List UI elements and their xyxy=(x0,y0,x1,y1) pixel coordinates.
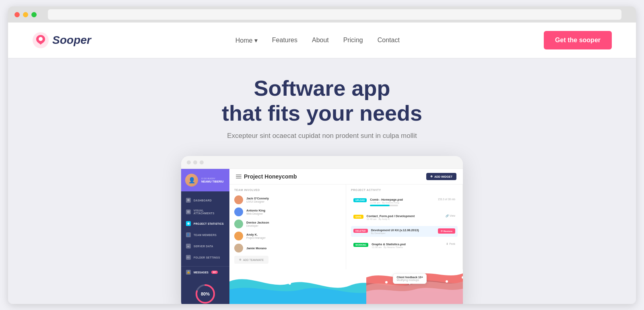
progress-percent: 80% xyxy=(201,292,210,296)
project-title: Project Honeycomb xyxy=(244,173,297,180)
member-name-5: Jamie Morano xyxy=(246,246,266,250)
sidebar-items: ⊞ Dashboard ⊟ Visual Attachments ◉ Proje… xyxy=(181,191,229,266)
nav-item-features[interactable]: Features xyxy=(272,37,297,44)
attachment-icon: ⊟ xyxy=(186,209,191,214)
hero-subtitle: Excepteur sint ocaecat cupidat non prode… xyxy=(227,132,417,140)
activity-time-1: 11:56 am By Antonio King xyxy=(370,201,434,204)
app-screenshot: 👤 O DO BUDDY NEAMU TIBERIU ⊞ xyxy=(181,156,463,304)
team-member-1: Jack O'Connely UX/UI Designer xyxy=(234,195,341,204)
activity-item-working: WORKING Graphs & Statistics.psd 11:08 am… xyxy=(351,240,458,251)
add-widget-button[interactable]: ⊕ ADD WIDGET xyxy=(426,173,456,180)
team-panel: TEAM INVOLVED Jack O'Connely UX/UI Desig… xyxy=(229,185,346,269)
plus-icon: ⊕ xyxy=(239,258,242,261)
member-avatar-3 xyxy=(234,220,243,228)
working-badge: WORKING xyxy=(353,243,368,247)
activity-item-upload: UPLOAD Comb - Homepage.psd 11:56 am By A… xyxy=(351,195,458,209)
folder-icon: ▭ xyxy=(186,255,191,260)
sidebar-item-team-members[interactable]: 👤 Team Members xyxy=(181,229,229,240)
member-name-4: Andy K. xyxy=(246,233,266,236)
sidebar-item-server-data[interactable]: ∞ Server Data xyxy=(181,240,229,252)
member-role-2: Web Designer xyxy=(246,212,265,215)
member-name-2: Antonio King xyxy=(246,209,265,212)
add-teammate-button[interactable]: ⊕ ADD TEAMMATE xyxy=(234,256,268,264)
team-member-4: Andy K. Project Manager xyxy=(234,232,341,240)
sidebar-item-folder-settings[interactable]: ▭ Folder Settings xyxy=(181,252,229,263)
team-member-2: Antonio King Web Designer xyxy=(234,207,341,216)
member-role-1: UX/UI Designer xyxy=(246,200,269,203)
team-member-5: Jamie Morano xyxy=(234,244,341,253)
activity-panel-title: PROJECT ACTIVITY xyxy=(351,189,458,191)
app-chart: Client feedback 10+ Modifying mockups xyxy=(229,269,463,304)
app-dot-2 xyxy=(193,160,197,164)
nav-item-about[interactable]: About xyxy=(312,37,329,44)
sidebar-item-messages[interactable]: 🔒 Messages 327 xyxy=(181,266,229,278)
url-bar[interactable] xyxy=(48,9,621,20)
avatar: 👤 xyxy=(185,174,198,187)
upload-badge: UPLOAD xyxy=(353,198,367,202)
hamburger-icon[interactable] xyxy=(236,175,242,179)
svg-point-8 xyxy=(446,280,448,283)
restore-button[interactable]: ⟳ Restore xyxy=(438,228,455,234)
member-avatar-4 xyxy=(234,232,243,240)
sidebar-progress: 80% COMPLETED xyxy=(181,278,229,304)
activity-filename-3: Development UI Kit (v.12.08.2013) xyxy=(371,228,435,232)
hero-section: Software app that fits your needs Except… xyxy=(8,58,636,304)
chart-tooltip: Client feedback 10+ Modifying mockups xyxy=(393,273,427,284)
app-dot-3 xyxy=(200,160,204,164)
team-panel-title: TEAM INVOLVED xyxy=(234,189,341,191)
activity-meta-1: 153.3 of 36 mb xyxy=(438,198,455,201)
dashboard-icon: ⊞ xyxy=(186,198,191,203)
app-columns: TEAM INVOLVED Jack O'Connely UX/UI Desig… xyxy=(229,185,463,269)
profile-name: NEAMU TIBERIU xyxy=(201,180,224,183)
sooper-logo-icon xyxy=(32,32,49,49)
get-sooper-button[interactable]: Get the sooper xyxy=(544,31,612,49)
app-header: Project Honeycomb ⊕ ADD WIDGET xyxy=(229,169,463,185)
browser-maximize-dot[interactable] xyxy=(31,12,37,17)
activity-item-deleted: DELETED Development UI Kit (v.12.08.2013… xyxy=(351,226,458,237)
activity-action-2[interactable]: 🔗 View xyxy=(446,214,455,218)
member-name-3: Denise Jackson xyxy=(246,221,269,224)
activity-time-3: By Developer xyxy=(371,232,435,234)
member-avatar-2 xyxy=(234,207,243,216)
browser-close-dot[interactable] xyxy=(14,12,20,17)
app-dot-1 xyxy=(187,160,191,164)
server-icon: ∞ xyxy=(186,244,191,248)
statistics-icon: ◉ xyxy=(186,221,191,226)
app-main: Project Honeycomb ⊕ ADD WIDGET xyxy=(229,169,463,304)
nav-item-home[interactable]: Home ▾ xyxy=(235,37,258,44)
nav-item-contact[interactable]: Contact xyxy=(378,37,400,44)
member-role-3: Developer xyxy=(246,224,269,227)
messages-icon: 🔒 xyxy=(186,270,191,275)
activity-time-4: 11:08 am By Neamu Tiberiu xyxy=(372,246,443,248)
svg-point-5 xyxy=(337,285,339,287)
activity-filename-2: Contact_Form.psd / Development xyxy=(367,214,443,218)
member-name-1: Jack O'Connely xyxy=(246,197,269,200)
deleted-badge: DELETED xyxy=(353,229,368,233)
activity-panel: PROJECT ACTIVITY UPLOAD Comb - Homepage.… xyxy=(346,185,463,269)
activity-filename-4: Graphs & Statistics.psd xyxy=(372,242,443,246)
browser-minimize-dot[interactable] xyxy=(23,12,28,17)
sidebar-item-visual-attachments[interactable]: ⊟ Visual Attachments xyxy=(181,206,229,218)
sidebar-profile: 👤 O DO BUDDY NEAMU TIBERIU xyxy=(181,169,229,191)
svg-point-6 xyxy=(385,281,388,283)
logo-area: Sooper xyxy=(32,32,91,49)
nav-item-pricing[interactable]: Pricing xyxy=(343,37,363,44)
app-titlebar xyxy=(181,156,463,169)
activity-filename-1: Comb - Homepage.psd xyxy=(370,198,434,201)
navbar: Sooper Home ▾ Features About Pricing xyxy=(8,23,636,58)
sidebar-item-dashboard[interactable]: ⊞ Dashboard xyxy=(181,195,229,206)
member-avatar-5 xyxy=(234,244,243,253)
team-member-3: Denise Jackson Developer xyxy=(234,220,341,228)
activity-time-2: 11:40 am By Andy K xyxy=(367,218,443,220)
save-badge: SAVE xyxy=(353,215,363,219)
logo-text: Sooper xyxy=(52,34,91,47)
team-icon: 👤 xyxy=(186,232,191,237)
sidebar-item-project-statistics[interactable]: ◉ Project Statistics xyxy=(181,218,229,229)
member-role-4: Project Manager xyxy=(246,236,266,239)
activity-action-4[interactable]: ⬇ Peek xyxy=(446,242,455,246)
messages-badge: 327 xyxy=(211,271,218,274)
app-sidebar: 👤 O DO BUDDY NEAMU TIBERIU ⊞ xyxy=(181,169,229,304)
browser-titlebar xyxy=(8,6,636,23)
member-avatar-1 xyxy=(234,195,243,204)
svg-point-1 xyxy=(39,37,43,41)
